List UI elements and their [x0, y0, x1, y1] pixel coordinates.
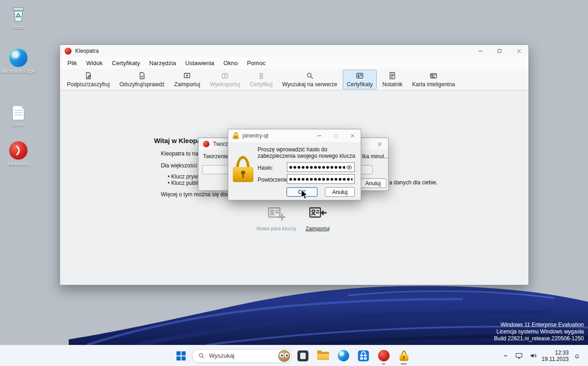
desktop-screen: Windows 11 Enterprise Evaluation Licencj… [0, 0, 588, 366]
folder-icon [317, 351, 329, 361]
repeat-label: Powtórzenie: [258, 177, 289, 183]
store-button[interactable] [354, 347, 373, 365]
taskbar-app-dark-button[interactable] [294, 347, 312, 365]
menu-ustawienia[interactable]: Ustawienia [181, 58, 219, 68]
menu-bar: Plik Widok Certyfikaty Narzędzia Ustawie… [60, 57, 528, 69]
desktop-icon-zout[interactable]: zout [1, 101, 36, 128]
volume-tray-button[interactable] [528, 350, 539, 361]
new-keypair-button[interactable]: Nowa para kluczy [256, 204, 297, 231]
toolbar-certificates[interactable]: Certyfikaty [343, 70, 377, 89]
desktop-icon-kleopatra[interactable]: Kleopatra [1, 140, 36, 167]
kleopatra-app-icon [203, 141, 209, 147]
tray-expand-button[interactable] [500, 351, 511, 361]
toolbar-label: Karta inteligentna [412, 81, 455, 88]
pinentry-titlebar[interactable]: pinentry-qt [228, 129, 361, 142]
taskbar-search[interactable]: Wyszukaj [192, 349, 292, 363]
password-dots: ●●●●●●●●●●●●●●●●●●●●●● [289, 177, 352, 181]
edge-taskbar-button[interactable] [334, 347, 352, 365]
toolbar-label: Zaimportuj [174, 81, 200, 88]
desktop-icon-edge[interactable]: Microsoft Edge [1, 48, 36, 74]
dialog-title: pinentry-qt [242, 133, 269, 139]
taskbar-center: Wyszukaj [172, 345, 413, 366]
watermark-line: Licencja systemu Windows wygasła [494, 328, 584, 335]
taskbar-clock[interactable]: 12:33 19.11.2023 [542, 349, 569, 362]
bell-icon [573, 352, 581, 360]
toolbar-decrypt-verify[interactable]: Odszyfruj/sprawdź [115, 70, 169, 89]
file-explorer-button[interactable] [314, 347, 332, 365]
action-label: Nowa para kluczy [257, 226, 297, 231]
password-dots: ●●●●●●●●●●●●●●● [289, 165, 345, 169]
welcome-title: Witaj w Kleopa [154, 137, 201, 144]
toolbar-certify[interactable]: Certyfikuj [246, 70, 277, 89]
prompt-line: Proszę wprowadzić hasło do [258, 146, 355, 153]
desktop-icon-label: Kleopatra [1, 161, 36, 167]
menu-okno[interactable]: Okno [219, 58, 242, 68]
kleopatra-taskbar-button[interactable] [374, 347, 393, 365]
password-input[interactable]: ●●●●●●●●●●●●●●● [287, 162, 355, 172]
search-icon [198, 352, 205, 359]
menu-pomoc[interactable]: Pomoc [242, 58, 270, 68]
network-tray-button[interactable] [513, 350, 525, 361]
prompt-line: zabezpieczenia swojego nowego klucza [258, 153, 355, 159]
toolbar-label: Notatnik [382, 81, 402, 88]
import-action-icon [308, 204, 327, 222]
toolbar-label: Odszyfruj/sprawdź [119, 81, 165, 88]
menu-widok[interactable]: Widok [82, 58, 107, 68]
start-button[interactable] [172, 347, 190, 365]
taskbar: Wyszukaj [0, 345, 588, 366]
smartcard-icon [429, 72, 438, 80]
decrypt-verify-icon [138, 72, 146, 80]
windows-logo-icon [176, 351, 186, 360]
search-icon [306, 72, 314, 80]
sign-encrypt-icon [84, 72, 93, 80]
kleopatra-icon [1, 140, 36, 160]
certificates-icon [356, 72, 364, 80]
close-button[interactable] [371, 138, 388, 150]
lock-icon [400, 350, 408, 361]
toolbar-label: Certyfikuj [250, 81, 273, 88]
edge-icon [338, 350, 349, 361]
toolbar-import[interactable]: Zaimportuj [170, 70, 204, 89]
toolbar-sign-encrypt[interactable]: Podpisz/zaszyfruj [63, 70, 114, 89]
watermark-line: Build 22621.ni_release.220506-1250 [494, 335, 584, 342]
toolbar-export[interactable]: Wyeksportuj [206, 70, 244, 89]
minimize-button[interactable] [471, 45, 490, 57]
menu-narzedzia[interactable]: Narzędzia [144, 58, 181, 68]
search-highlight-owl-icon[interactable] [278, 350, 290, 362]
watermark-line: Windows 11 Enterprise Evaluation [494, 322, 584, 328]
network-icon [515, 352, 523, 360]
toolbar-notepad[interactable]: Notatnik [378, 70, 407, 89]
close-button[interactable] [509, 45, 528, 57]
pinentry-dialog: pinentry-qt Proszę wprowadzić hasło do z… [228, 129, 361, 200]
menu-certyfikaty[interactable]: Certyfikaty [107, 58, 144, 68]
repeat-password-input[interactable]: ●●●●●●●●●●●●●●●●●●●●●● [287, 174, 355, 184]
desktop-icon-recycle-bin[interactable]: Kosz [1, 4, 36, 30]
close-button[interactable] [344, 129, 361, 142]
progress-cancel-button[interactable]: Anuluj [360, 178, 386, 188]
taskbar-tray: 12:33 19.11.2023 [500, 345, 588, 366]
notification-bell-button[interactable] [572, 350, 583, 361]
desktop-icon-label: zout [1, 122, 36, 128]
toolbar-lookup-server[interactable]: Wyszukaj na serwerze [278, 70, 341, 89]
maximize-button[interactable] [490, 45, 509, 57]
show-password-eye-icon[interactable] [346, 164, 352, 171]
dark-app-icon [297, 350, 308, 361]
toolbar: Podpisz/zaszyfruj Odszyfruj/sprawdź Zaim… [60, 69, 528, 90]
toolbar-smartcard[interactable]: Karta inteligentna [408, 70, 459, 89]
welcome-bullet: • Klucz prywa [168, 173, 201, 180]
menu-plik[interactable]: Plik [63, 58, 82, 68]
import-action-button[interactable]: Zaimportuj [302, 204, 333, 231]
progress-text-right: lka minut... [362, 153, 389, 160]
running-indicator [382, 363, 385, 365]
padlock-icon [233, 156, 254, 183]
kleopatra-titlebar[interactable]: Kleopatra [60, 45, 528, 57]
maximize-button[interactable] [328, 129, 344, 142]
cancel-button[interactable]: Anuluj [325, 187, 355, 197]
action-label: Zaimportuj [306, 226, 330, 231]
search-placeholder: Wyszukaj [209, 352, 278, 359]
pinentry-taskbar-button[interactable] [395, 347, 413, 365]
chevron-up-icon [502, 353, 509, 359]
minimize-button[interactable] [311, 129, 328, 142]
mouse-cursor [301, 189, 309, 200]
toolbar-label: Podpisz/zaszyfruj [67, 81, 110, 88]
